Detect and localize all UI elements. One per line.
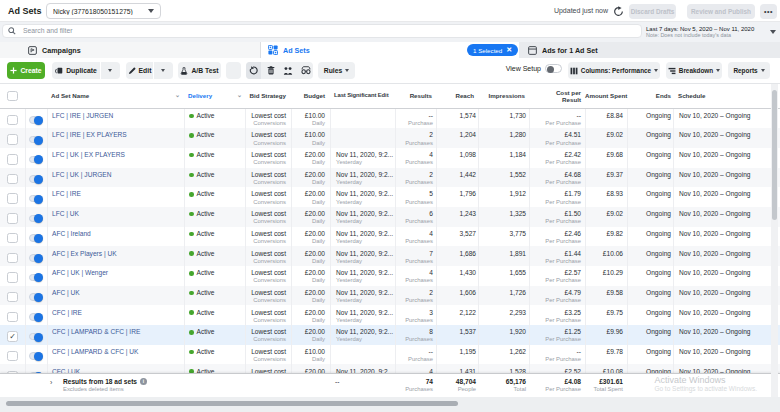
amount-spent-value: £8.84 xyxy=(586,112,623,120)
header-reach[interactable]: Reach xyxy=(436,92,478,99)
row-checkbox[interactable] xyxy=(7,272,18,283)
date-range-selector[interactable]: Last 7 days: Nov 5, 2020 – Nov 11, 2020 … xyxy=(645,22,776,42)
ad-set-name-link[interactable]: CFC | LAMPARD & CFC | UK xyxy=(52,345,184,356)
row-checkbox[interactable] xyxy=(7,213,18,224)
header-ad-set-name[interactable]: Ad Set Name ⌄ xyxy=(47,92,184,99)
breakdown-button[interactable]: Breakdown xyxy=(666,62,722,79)
row-checkbox[interactable]: ✓ xyxy=(7,331,18,342)
table-row[interactable]: LFC | UK | EX PLAYERS Active Lowest cost… xyxy=(0,148,780,168)
more-options-button[interactable]: ••• xyxy=(760,4,777,19)
amount-spent-value: £9.58 xyxy=(586,289,623,297)
header-cost-per-result[interactable]: Cost per Result xyxy=(529,89,585,103)
status-toggle[interactable] xyxy=(29,313,43,321)
row-checkbox[interactable] xyxy=(7,312,18,323)
table-row[interactable]: LFC | IRE | JURGEN Active Lowest costCon… xyxy=(0,109,780,129)
status-toggle[interactable] xyxy=(29,116,43,124)
header-bid-strategy[interactable]: Bid Strategy xyxy=(245,92,291,99)
row-checkbox[interactable] xyxy=(7,351,18,362)
horizontal-scrollbar[interactable] xyxy=(0,397,780,412)
status-toggle[interactable] xyxy=(29,136,43,144)
review-publish-button[interactable]: Review and Publish xyxy=(687,4,755,19)
ad-set-name-link[interactable]: LFC | IRE xyxy=(52,187,184,198)
select-all-checkbox[interactable] xyxy=(7,91,18,102)
row-checkbox[interactable] xyxy=(7,233,18,244)
header-delivery[interactable]: Delivery ⌄ xyxy=(184,92,245,99)
table-row[interactable]: AFC | UK | Wenger Active Lowest costConv… xyxy=(0,266,780,286)
disabled-tool-button[interactable] xyxy=(226,62,241,79)
header-schedule[interactable]: Schedule xyxy=(673,92,780,99)
account-selector[interactable]: Nicky (377618050151275) xyxy=(46,3,161,19)
create-button[interactable]: Create xyxy=(7,62,45,79)
row-checkbox[interactable] xyxy=(7,115,18,126)
row-checkbox[interactable] xyxy=(7,154,18,165)
tab-campaigns[interactable]: Campaigns xyxy=(0,42,261,58)
ad-set-name-link[interactable]: AFC | Ireland xyxy=(52,227,184,238)
row-checkbox[interactable] xyxy=(7,253,18,264)
header-ends[interactable]: Ends xyxy=(627,92,673,99)
search-input[interactable]: Search and filter xyxy=(2,24,642,39)
table-row[interactable]: CFC | LAMPARD & CFC | UK Active Lowest c… xyxy=(0,345,780,365)
inspect-button[interactable] xyxy=(299,62,314,79)
status-toggle[interactable] xyxy=(29,215,43,223)
columns-button[interactable]: Columns: Performance xyxy=(568,62,660,79)
ab-test-button[interactable]: A/B Test xyxy=(178,62,221,79)
ad-set-name-link[interactable]: CFC | LAMPARD & CFC | IRE xyxy=(52,325,184,336)
duplicate-dropdown[interactable] xyxy=(101,62,120,79)
header-impressions[interactable]: Impressions xyxy=(478,92,529,99)
row-checkbox[interactable] xyxy=(7,174,18,185)
discard-drafts-button[interactable]: Discard Drafts xyxy=(629,4,676,19)
row-checkbox[interactable] xyxy=(7,292,18,303)
status-toggle[interactable] xyxy=(29,234,43,242)
audience-button[interactable] xyxy=(281,62,296,79)
header-last-significant-edit[interactable]: Last Significant Edit xyxy=(330,92,395,99)
ad-set-name-link[interactable]: AFC | Ex Players | UK xyxy=(52,246,184,257)
table-row[interactable]: ✓ CFC | LAMPARD & CFC | IRE Active Lowes… xyxy=(0,325,780,345)
header-results[interactable]: Results xyxy=(395,92,436,99)
row-checkbox[interactable] xyxy=(7,193,18,204)
table-row[interactable]: LFC | UK Active Lowest costConversions £… xyxy=(0,207,780,227)
ad-set-name-link[interactable]: LFC | IRE | EX PLAYERS xyxy=(52,128,184,139)
ad-set-name-link[interactable]: AFC | UK xyxy=(52,286,184,297)
header-budget[interactable]: Budget xyxy=(291,92,330,99)
table-row[interactable]: LFC | IRE Active Lowest costConversions … xyxy=(0,187,780,207)
ad-set-name-link[interactable]: LFC | UK xyxy=(52,207,184,218)
table-row[interactable]: AFC | UK Active Lowest costConversions £… xyxy=(0,286,780,306)
table-row[interactable]: LFC | UK | JURGEN Active Lowest costConv… xyxy=(0,168,780,188)
row-checkbox[interactable] xyxy=(7,134,18,145)
refresh-button[interactable] xyxy=(611,4,626,19)
header-amount-spent[interactable]: Amount Spent xyxy=(585,92,627,99)
status-toggle[interactable] xyxy=(29,293,43,301)
delete-button[interactable] xyxy=(264,62,279,79)
horizontal-scrollbar-thumb[interactable] xyxy=(6,401,458,406)
undo-button[interactable] xyxy=(246,62,261,79)
duplicate-button[interactable]: Duplicate xyxy=(52,62,100,79)
ad-set-name-link[interactable]: LFC | UK | EX PLAYERS xyxy=(52,148,184,159)
ad-set-name-link[interactable]: CFC | IRE xyxy=(52,305,184,316)
clear-selection-icon[interactable]: ✕ xyxy=(506,46,512,54)
status-toggle[interactable] xyxy=(29,254,43,262)
tab-ads[interactable]: Ads for 1 Ad Set xyxy=(519,42,780,58)
status-toggle[interactable] xyxy=(29,352,43,360)
ad-set-name-link[interactable]: LFC | IRE | JURGEN xyxy=(52,109,184,120)
expand-icon[interactable]: › xyxy=(50,379,52,388)
table-row[interactable]: LFC | IRE | EX PLAYERS Active Lowest cos… xyxy=(0,128,780,148)
selected-count-pill[interactable]: 1 Selected ✕ xyxy=(467,44,518,56)
table-row[interactable]: AFC | Ex Players | UK Active Lowest cost… xyxy=(0,246,780,266)
ad-set-name-link[interactable]: LFC | UK | JURGEN xyxy=(52,168,184,179)
vertical-scrollbar[interactable] xyxy=(771,84,778,397)
status-toggle[interactable] xyxy=(29,195,43,203)
status-toggle[interactable] xyxy=(29,333,43,341)
vertical-scrollbar-thumb[interactable] xyxy=(772,90,777,220)
edit-dropdown[interactable] xyxy=(154,62,173,79)
table-row[interactable]: CFC | IRE Active Lowest costConversions … xyxy=(0,305,780,325)
edit-button[interactable]: Edit xyxy=(126,62,153,79)
amount-spent-cell: £9.96 xyxy=(585,325,627,345)
rules-button[interactable]: Rules xyxy=(318,62,355,79)
status-toggle[interactable] xyxy=(29,175,43,183)
status-toggle[interactable] xyxy=(29,156,43,164)
table-row[interactable]: AFC | Ireland Active Lowest costConversi… xyxy=(0,227,780,247)
status-toggle[interactable] xyxy=(29,274,43,282)
reports-button[interactable]: Reports xyxy=(728,62,770,79)
ad-set-name-link[interactable]: AFC | UK | Wenger xyxy=(52,266,184,277)
view-setup-toggle[interactable] xyxy=(545,64,562,73)
